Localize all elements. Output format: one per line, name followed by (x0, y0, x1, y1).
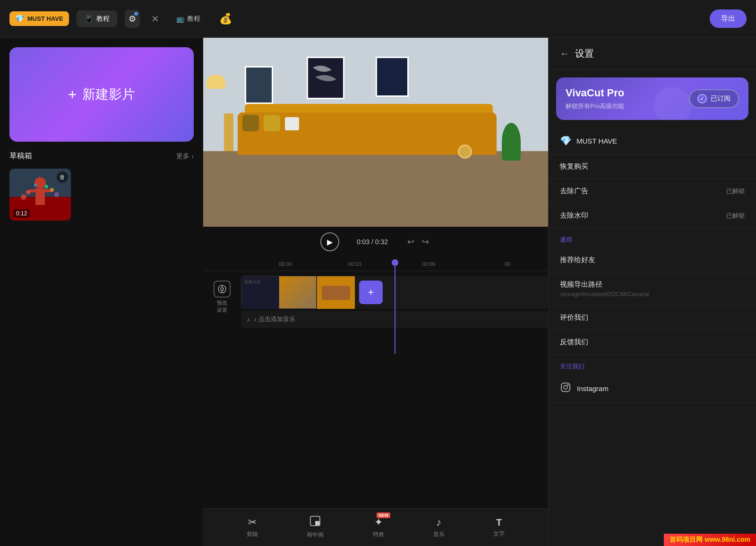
room-floor (203, 151, 548, 227)
redo-button[interactable]: ↪ (420, 235, 431, 249)
settings-title: 设置 (575, 47, 594, 60)
chevron-right-icon: › (191, 153, 194, 160)
play-button[interactable]: ▶ (320, 232, 339, 251)
tutorial-label-1: 教程 (96, 15, 110, 23)
timeline-content: 预览设置 视频片段 (203, 271, 548, 508)
subscribed-label: 已订阅 (711, 94, 730, 103)
timeline-area: ▶ 0:03 / 0:32 ↩ ↪ (203, 227, 548, 546)
left-panel: + 新建影片 草稿箱 更多 › (0, 38, 203, 546)
room-picture-1 (245, 66, 273, 104)
svg-rect-4 (35, 188, 45, 205)
export-button[interactable]: 导出 (710, 9, 747, 28)
check-circle-icon: ✓ (697, 94, 707, 103)
settings-item-remove-watermark[interactable]: 去除水印 已解锁 (549, 204, 756, 228)
must-have-settings-label: MUST HAVE (576, 137, 617, 145)
ruler-mark-4: 00 (505, 261, 510, 267)
subscribed-badge: ✓ 已订阅 (689, 89, 739, 108)
tab-tutorial[interactable]: 📺 教程 (171, 11, 206, 27)
preview-icon (214, 281, 231, 298)
svg-point-25 (564, 385, 567, 389)
svg-point-26 (567, 384, 569, 386)
svg-point-8 (50, 188, 54, 192)
new-project-label: 新建影片 (82, 85, 135, 103)
golden-gem-icon: 💰 (219, 13, 232, 25)
pip-label: 画中画 (307, 531, 324, 539)
more-label: 更多 (176, 152, 189, 161)
settings-item-rate[interactable]: 评价我们 (549, 306, 756, 330)
center-panel: ▶ 0:03 / 0:32 ↩ ↪ (203, 38, 548, 546)
back-button[interactable]: ← (560, 48, 569, 59)
timeline-ruler: 00:00 00:03 00:06 00 (203, 257, 548, 271)
top-bar: 💎 MUST HAVE 📱 教程 ⚙ ✕ 📺 教程 💰 导出 (0, 0, 756, 38)
settings-item-remove-ads[interactable]: 去除广告 已解锁 (549, 179, 756, 204)
must-have-label: MUST HAVE (27, 15, 63, 22)
draft-thumbnail[interactable]: 0:12 🗑 (9, 169, 71, 221)
svg-rect-21 (322, 286, 350, 300)
add-clip-button[interactable]: + (359, 281, 383, 304)
settings-item-export-path[interactable]: 视频导出路径 /storage/emulated/0/DCIM/Camera/ (549, 273, 756, 306)
draft-delete-button[interactable]: 🗑 (57, 171, 68, 183)
feedback-left: 反馈我们 (560, 338, 588, 347)
must-have-badge[interactable]: 💎 MUST HAVE (9, 11, 69, 26)
draft-duration: 0:12 (13, 209, 30, 218)
tool-pip[interactable]: 画中画 (299, 512, 331, 543)
gear-icon: ⚙ (129, 14, 136, 24)
settings-item-feedback[interactable]: 反馈我们 (549, 330, 756, 355)
undo-redo-controls: ↩ ↪ (405, 235, 431, 249)
new-project-card[interactable]: + 新建影片 (9, 47, 194, 142)
close-button[interactable]: ✕ (147, 9, 163, 28)
undo-icon: ↩ (407, 237, 414, 247)
pro-card[interactable]: VivaCut Pro 解锁所有Pro高级功能 ✓ 已订阅 (556, 77, 748, 120)
sofa (238, 112, 497, 155)
svg-point-9 (34, 184, 37, 187)
must-have-row[interactable]: 💎 MUST HAVE (549, 128, 756, 154)
ruler-mark-3: 00:06 (422, 261, 436, 267)
tool-text[interactable]: T 文字 (486, 513, 512, 542)
settings-item-instagram[interactable]: Instagram (549, 375, 756, 403)
ruler-mark-2: 00:03 (348, 261, 361, 267)
instagram-label: Instagram (577, 384, 609, 392)
text-label: 文字 (493, 530, 505, 538)
pro-title: VivaCut Pro (566, 87, 624, 99)
effects-icon: ✦ NEW (374, 516, 383, 529)
more-button[interactable]: 更多 › (176, 152, 194, 161)
settings-item-restore[interactable]: 恢复购买 (549, 154, 756, 179)
settings-button[interactable]: ⚙ (125, 10, 140, 28)
svg-point-10 (44, 185, 48, 188)
screen-icon-2: 📺 (176, 15, 184, 23)
room-picture-2 (307, 57, 344, 99)
music-label: 音乐 (433, 530, 445, 538)
remove-ads-label: 去除广告 (560, 187, 588, 196)
tab-gem[interactable]: 💰 (214, 9, 238, 29)
drafts-section: 草稿箱 更多 › (9, 151, 194, 537)
new-badge: NEW (377, 512, 390, 518)
export-path-label: 视频导出路径 (560, 280, 602, 289)
pro-decoration (654, 87, 692, 120)
feedback-label: 反馈我们 (560, 338, 588, 347)
preview-tool[interactable]: 预览设置 (214, 281, 231, 314)
tab-tutorial-label: 教程 (187, 15, 200, 23)
tutorial-btn-1[interactable]: 📱 教程 (77, 10, 117, 27)
tool-cut[interactable]: ✂ 剪辑 (239, 512, 266, 542)
settings-item-recommend[interactable]: 推荐给好友 (549, 248, 756, 273)
restore-label: 恢复购买 (560, 162, 588, 171)
tool-music[interactable]: ♪ 音乐 (426, 512, 452, 542)
text-icon: T (496, 517, 502, 528)
remove-watermark-value: 已解锁 (726, 212, 745, 220)
svg-point-15 (221, 288, 223, 290)
tool-effects[interactable]: ✦ NEW 特效 (365, 512, 392, 542)
video-preview (203, 38, 548, 227)
preview-label: 预览设置 (217, 299, 227, 314)
undo-button[interactable]: ↩ (405, 235, 416, 249)
instagram-icon (560, 382, 571, 395)
right-panel: ← 设置 VivaCut Pro 解锁所有Pro高级功能 ✓ 已订阅 💎 MUS… (548, 38, 756, 546)
redo-icon: ↪ (422, 237, 429, 247)
rate-label: 评价我们 (560, 313, 588, 322)
export-path-value: /storage/emulated/0/DCIM/Camera/ (560, 291, 649, 298)
watermark: 首码项目网 www.98ni.com (664, 534, 756, 546)
plant (502, 123, 521, 161)
export-label: 导出 (721, 14, 735, 22)
music-tool-icon: ♪ (436, 516, 441, 529)
pro-card-left: VivaCut Pro 解锁所有Pro高级功能 (566, 87, 624, 111)
svg-rect-24 (561, 383, 570, 392)
